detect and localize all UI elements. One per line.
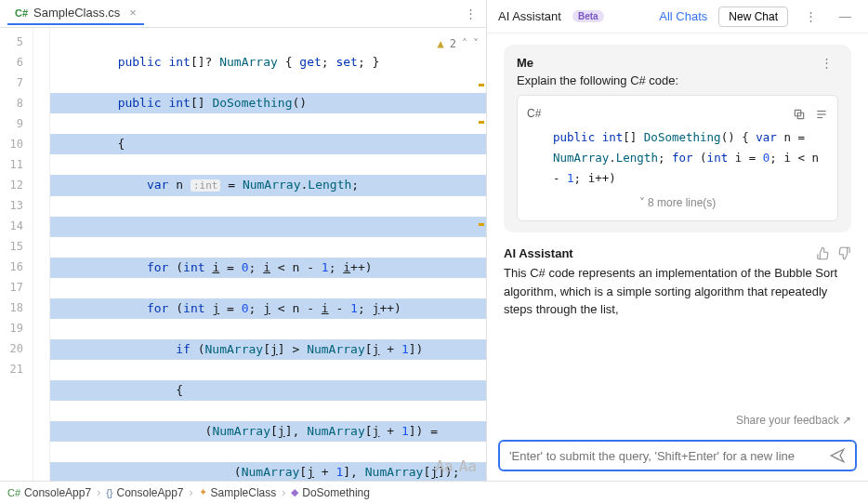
- ai-panel-title: AI Assistant: [498, 9, 561, 23]
- warning-icon: ▲: [438, 33, 444, 54]
- copy-icon[interactable]: [793, 103, 806, 124]
- line-number: 21: [0, 359, 33, 379]
- ai-assistant-panel: AI Assistant Beta All Chats New Chat ⋮ —…: [487, 0, 868, 481]
- csharp-file-icon: C#: [15, 7, 28, 19]
- chat-input-area: [487, 432, 868, 481]
- text-tool-icon[interactable]: Aa: [435, 457, 453, 477]
- user-label: Me: [517, 56, 533, 70]
- new-chat-button[interactable]: New Chat: [718, 7, 788, 27]
- line-number: 16: [0, 257, 33, 277]
- kebab-menu-icon[interactable]: ⋮: [799, 9, 822, 23]
- code-lang-label: C#: [527, 103, 541, 124]
- breadcrumbs: C# ConsoleApp7 › {} ConsoleApp7 › ✦ Samp…: [0, 481, 868, 503]
- minimize-icon[interactable]: —: [834, 9, 857, 23]
- line-number: 14: [0, 216, 33, 236]
- close-tab-icon[interactable]: ×: [129, 6, 137, 20]
- line-number-gutter: 5 6 7 8 9 10 11 12 13 14 15 16 17 18 19 …: [0, 28, 33, 481]
- inspection-widget[interactable]: ▲ 2 ˄ ˅: [438, 33, 479, 54]
- line-number: 15: [0, 236, 33, 257]
- thumbs-up-icon[interactable]: [816, 245, 830, 260]
- breadcrumb-namespace[interactable]: {} ConsoleApp7: [106, 486, 183, 499]
- tab-bar: C# SampleClass.cs × ⋮: [0, 0, 486, 28]
- error-stripe[interactable]: [477, 28, 486, 481]
- method-icon: ◆: [291, 486, 298, 498]
- file-tab[interactable]: C# SampleClass.cs ×: [7, 2, 144, 25]
- warning-count: 2: [450, 33, 456, 54]
- tab-filename: SampleClass.cs: [33, 6, 120, 20]
- fold-gutter: [33, 28, 50, 481]
- beta-badge: Beta: [572, 10, 604, 22]
- line-number: 12: [0, 175, 33, 195]
- insert-icon[interactable]: [815, 103, 828, 124]
- line-number: 13: [0, 195, 33, 216]
- thumbs-down-icon[interactable]: [837, 245, 851, 260]
- ai-header: AI Assistant Beta All Chats New Chat ⋮ —: [487, 0, 868, 33]
- editor-pane: C# SampleClass.cs × ⋮ 5 6 7 8 9 10 11 12…: [0, 0, 487, 481]
- breadcrumb-separator: ›: [190, 486, 193, 499]
- line-number: 10: [0, 134, 33, 154]
- external-link-icon: ↗: [842, 414, 851, 427]
- user-message-text: Explain the following C# code:: [517, 73, 838, 87]
- breadcrumb-separator: ›: [97, 486, 100, 499]
- code-area[interactable]: public int[]? NumArray { get; set; } pub…: [50, 28, 486, 481]
- expand-code[interactable]: ˅ 8 more line(s): [527, 189, 828, 213]
- code-snippet: C# public int[] DoSomething() { var n = …: [517, 95, 838, 221]
- line-number: 18: [0, 298, 33, 318]
- text-tool-icon[interactable]: Aa: [459, 457, 477, 477]
- all-chats-link[interactable]: All Chats: [659, 9, 707, 23]
- chat-content: Me ⋮ Explain the following C# code: C#: [487, 33, 868, 410]
- breadcrumb-separator: ›: [282, 486, 285, 499]
- tab-menu-icon[interactable]: ⋮: [455, 7, 486, 20]
- breadcrumb-class[interactable]: ✦ SampleClass: [199, 486, 277, 499]
- breadcrumb-project[interactable]: C# ConsoleApp7: [7, 486, 91, 499]
- user-message: Me ⋮ Explain the following C# code: C#: [504, 45, 851, 232]
- assistant-message-text: This C# code represents an implementatio…: [504, 264, 851, 319]
- feedback-link[interactable]: Share your feedback ↗: [487, 410, 868, 432]
- editor-body: 5 6 7 8 9 10 11 12 13 14 15 16 17 18 19 …: [0, 28, 486, 481]
- line-number: 5: [0, 32, 33, 52]
- line-number: 7: [0, 73, 33, 93]
- csharp-project-icon: C#: [7, 487, 20, 498]
- line-number: 6: [0, 52, 33, 73]
- class-icon: ✦: [199, 486, 207, 498]
- message-menu-icon[interactable]: ⋮: [815, 56, 838, 70]
- line-number: 19: [0, 318, 33, 338]
- line-number: 20: [0, 338, 33, 359]
- line-number: 11: [0, 154, 33, 175]
- chat-input-box[interactable]: [498, 440, 857, 471]
- breadcrumb-method[interactable]: ◆ DoSomething: [291, 486, 370, 499]
- line-number: 17: [0, 277, 33, 298]
- chat-input[interactable]: [509, 449, 829, 463]
- assistant-message: AI Assistant This C# code represents an …: [504, 245, 851, 319]
- line-number: 8: [0, 93, 33, 113]
- send-icon[interactable]: [829, 447, 846, 464]
- line-number: 9: [0, 113, 33, 134]
- namespace-icon: {}: [106, 487, 112, 498]
- assistant-label: AI Assistant: [504, 246, 573, 260]
- chevron-up-icon[interactable]: ˄: [462, 33, 467, 54]
